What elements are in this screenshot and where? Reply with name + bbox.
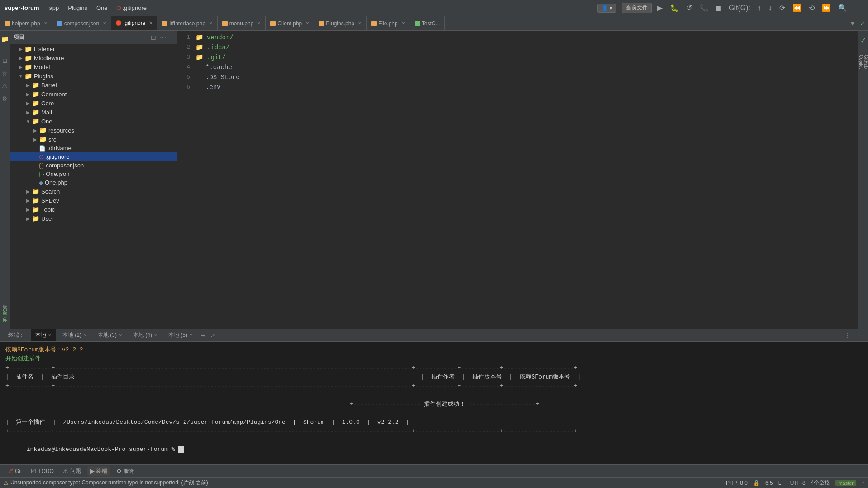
- terminal-add-btn[interactable]: +: [199, 332, 207, 340]
- tab-gitignore[interactable]: .gitignore ✕: [111, 16, 157, 30]
- toolbar-services[interactable]: ⚙ 服务: [114, 466, 137, 476]
- tree-settings-icon[interactable]: ⋯: [160, 34, 166, 41]
- run-icon[interactable]: ▶: [655, 4, 664, 12]
- tree-item-topic[interactable]: 📁 Topic: [10, 205, 177, 214]
- terminal-close-local2[interactable]: ✕: [83, 333, 87, 338]
- statusbar-line-ending[interactable]: LF: [778, 480, 785, 486]
- terminal-close-local4[interactable]: ✕: [154, 333, 157, 338]
- user-btn[interactable]: 👤 ▾: [597, 4, 616, 13]
- tree-item-resources[interactable]: 📁 resources: [10, 126, 177, 135]
- tree-item-mail[interactable]: 📁 Mail: [10, 108, 177, 117]
- tab-close-plugins[interactable]: ✕: [358, 21, 362, 26]
- tab-helpers-php[interactable]: helpers.php ✕: [0, 16, 52, 30]
- git-rollback-icon[interactable]: ⏪: [791, 4, 803, 12]
- terminal-tab-local5[interactable]: 本地 (5) ✕: [164, 329, 197, 341]
- menu-app[interactable]: app: [47, 5, 62, 11]
- terminal-tabbar: 终端： 本地 ✕ 本地 (2) ✕ 本地 (3) ✕ 本地 (4) ✕ 本地 (…: [0, 329, 868, 342]
- search-icon[interactable]: 🔍: [836, 4, 849, 12]
- sidebar-icon-github[interactable]: GitHub: [2, 306, 7, 325]
- editor-content[interactable]: 1 📁 vendor/ 2 📁 .idea/ 3 📁 .git/ 4 *.cac…: [177, 31, 858, 329]
- tab-close-gitignore[interactable]: ✕: [149, 20, 153, 25]
- git-history-icon[interactable]: ⟲: [807, 4, 816, 12]
- sidebar-icon-structure[interactable]: ⊞: [2, 54, 8, 67]
- tree-item-plugins[interactable]: 📁 Plugins: [10, 71, 177, 81]
- more-icon[interactable]: ⋮: [853, 4, 863, 12]
- terminal-minimize-icon[interactable]: −: [855, 332, 864, 339]
- tab-menu-php[interactable]: menu.php ✕: [218, 16, 266, 30]
- statusbar-line-col[interactable]: 6:5: [765, 480, 773, 486]
- tree-item-model[interactable]: 📁 Model: [10, 62, 177, 71]
- terminal-tab-local3[interactable]: 本地 (3) ✕: [93, 329, 127, 341]
- menu-plugins[interactable]: Plugins: [65, 5, 90, 11]
- tree-close-icon[interactable]: −: [170, 34, 173, 41]
- tree-item-barrel[interactable]: 📁 Barrel: [10, 81, 177, 90]
- git-push-icon[interactable]: ↑: [756, 4, 763, 12]
- tree-item-one[interactable]: 📁 One: [10, 117, 177, 126]
- stop-icon[interactable]: ◼: [714, 4, 723, 12]
- phone-icon[interactable]: 📞: [697, 4, 710, 12]
- sidebar-icon-bookmark[interactable]: ☆: [2, 67, 8, 80]
- tree-item-gitignore-file[interactable]: ⬡ .gitignore: [10, 152, 177, 161]
- statusbar-php[interactable]: PHP: 8.0: [726, 480, 748, 486]
- tree-item-one-json[interactable]: { } One.json: [10, 170, 177, 178]
- toolbar-git[interactable]: ⎇ Git: [4, 467, 24, 475]
- terminal-close-local[interactable]: ✕: [48, 333, 52, 338]
- tree-item-user[interactable]: 📁 User: [10, 214, 177, 223]
- terminal-content[interactable]: 依赖SForum版本号：v2.2.2 开始创建插件 +------------+…: [0, 342, 868, 464]
- current-file-btn[interactable]: 当前文件: [622, 3, 652, 13]
- sidebar-icon-vcs[interactable]: 版本: [2, 298, 8, 304]
- debug-icon[interactable]: 🐛: [668, 4, 681, 12]
- tree-item-sfdev[interactable]: 📁 SFDev: [10, 196, 177, 205]
- tree-item-comment[interactable]: 📁 Comment: [10, 90, 177, 99]
- tab-client-php[interactable]: Client.php ✕: [266, 16, 314, 30]
- terminal-prompt-line[interactable]: inkedus@InkedusdeMacBook-Pro super-forum…: [5, 436, 863, 463]
- git-forward-icon[interactable]: ⏩: [820, 4, 833, 12]
- tab-close-composer[interactable]: ✕: [103, 21, 106, 26]
- terminal-tab-local4[interactable]: 本地 (4) ✕: [129, 329, 162, 341]
- tree-item-src[interactable]: 📁 src: [10, 135, 177, 144]
- statusbar-upload-icon[interactable]: ↑: [862, 480, 864, 486]
- terminal-tab-local2[interactable]: 本地 (2) ✕: [58, 329, 91, 341]
- tab-composer-json[interactable]: composer.json ✕: [52, 16, 111, 30]
- tree-item-search[interactable]: 📁 Search: [10, 187, 177, 196]
- tree-item-one-php[interactable]: ◆ One.php: [10, 178, 177, 187]
- right-sidebar-github-copilot[interactable]: GitHubCopilot: [858, 53, 868, 71]
- toolbar-todo[interactable]: ☑ TODO: [28, 467, 56, 475]
- tab-testc[interactable]: TestC...: [410, 16, 445, 30]
- statusbar-warning-text[interactable]: Unsupported composer type: Composer runt…: [10, 479, 208, 487]
- right-sidebar-checkmark[interactable]: ✓: [858, 34, 868, 47]
- tab-close-file[interactable]: ✕: [401, 21, 405, 26]
- terminal-close-local3[interactable]: ✕: [119, 333, 122, 338]
- tab-file-php[interactable]: File.php ✕: [367, 16, 410, 30]
- toolbar-issues[interactable]: ⚠ 问题: [60, 466, 84, 476]
- menu-one[interactable]: One: [94, 5, 110, 11]
- tab-plugins-php[interactable]: Plugins.php ✕: [314, 16, 367, 30]
- tree-item-composer-json[interactable]: { } composer.json: [10, 161, 177, 170]
- statusbar-encoding[interactable]: UTF-8: [790, 480, 806, 486]
- tab-close-ltfinterface[interactable]: ✕: [209, 21, 213, 26]
- toolbar-terminal[interactable]: ▶ 终端: [87, 466, 110, 476]
- statusbar-branch[interactable]: master: [835, 480, 856, 486]
- menu-gitignore[interactable]: ⬡ .gitignore: [114, 5, 149, 11]
- tree-collapse-icon[interactable]: ⊟: [151, 34, 156, 41]
- tab-ltfinterface[interactable]: ltfInterface.php ✕: [157, 16, 217, 30]
- tab-scroll-right[interactable]: ▾: [848, 19, 857, 28]
- tab-close-menu[interactable]: ✕: [257, 21, 261, 26]
- tree-item-core[interactable]: 📁 Core: [10, 99, 177, 108]
- statusbar-indent[interactable]: 4个空格: [811, 479, 830, 487]
- git-update-icon[interactable]: ⟳: [777, 4, 787, 12]
- tree-item-listener[interactable]: 📁 Listener: [10, 44, 177, 53]
- terminal-more-icon[interactable]: ⋮: [842, 332, 854, 339]
- tree-item-dirname[interactable]: 📄 .dirName: [10, 144, 177, 152]
- sidebar-icon-warning[interactable]: ⚠: [2, 80, 8, 92]
- terminal-expand-icon[interactable]: ⤢: [209, 332, 217, 339]
- tab-close-client[interactable]: ✕: [305, 21, 309, 26]
- tree-item-middleware[interactable]: 📁 Middleware: [10, 53, 177, 62]
- terminal-tab-local[interactable]: 本地 ✕: [31, 329, 56, 341]
- sidebar-icon-settings[interactable]: ⚙: [2, 92, 8, 105]
- tab-close-helpers[interactable]: ✕: [44, 21, 48, 26]
- reload-icon[interactable]: ↺: [684, 4, 694, 12]
- sidebar-icon-folder[interactable]: 📁: [1, 33, 9, 45]
- terminal-close-local5[interactable]: ✕: [189, 333, 193, 338]
- git-pull-icon[interactable]: ↓: [767, 4, 774, 12]
